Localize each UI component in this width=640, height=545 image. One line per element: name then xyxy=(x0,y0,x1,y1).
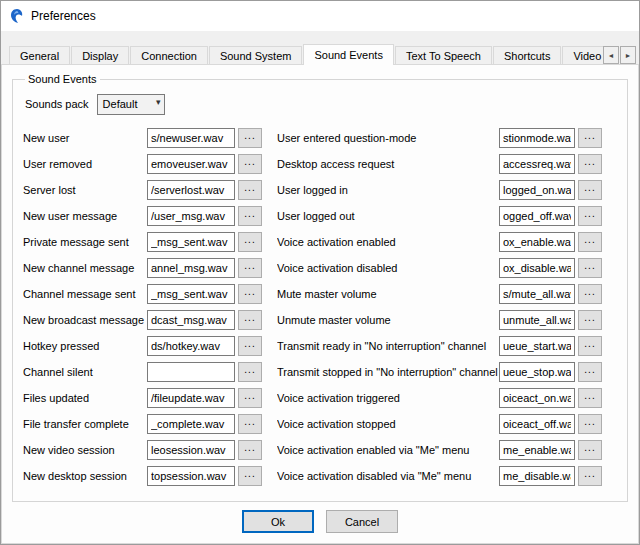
sound-file-input[interactable] xyxy=(499,154,575,174)
browse-button[interactable]: ... xyxy=(578,284,602,304)
tab-display[interactable]: Display xyxy=(71,46,129,65)
ok-button[interactable]: Ok xyxy=(242,510,314,533)
tab-general[interactable]: General xyxy=(9,46,70,65)
event-label: User logged in xyxy=(277,184,499,196)
browse-button[interactable]: ... xyxy=(238,466,262,486)
browse-button[interactable]: ... xyxy=(578,128,602,148)
sound-file-input[interactable] xyxy=(147,466,235,486)
sound-file-input[interactable] xyxy=(499,180,575,200)
sound-file-input[interactable] xyxy=(147,362,235,382)
event-label: Mute master volume xyxy=(277,288,499,300)
browse-button[interactable]: ... xyxy=(578,414,602,434)
tab-sound-system[interactable]: Sound System xyxy=(209,46,303,65)
browse-button[interactable]: ... xyxy=(578,466,602,486)
browse-button[interactable]: ... xyxy=(578,310,602,330)
event-label: Transmit stopped in "No interruption" ch… xyxy=(277,366,499,378)
tab-text-to-speech[interactable]: Text To Speech xyxy=(395,46,492,65)
sound-file-input[interactable] xyxy=(147,180,235,200)
browse-button[interactable]: ... xyxy=(238,336,262,356)
sound-event-row: Voice activation enabled via "Me" menu .… xyxy=(277,437,619,463)
browse-button[interactable]: ... xyxy=(238,128,262,148)
sound-file-input[interactable] xyxy=(499,388,575,408)
cancel-button[interactable]: Cancel xyxy=(326,510,398,533)
sound-file-input[interactable] xyxy=(147,154,235,174)
browse-button[interactable]: ... xyxy=(238,362,262,382)
tab-connection[interactable]: Connection xyxy=(130,46,208,65)
sound-file-input[interactable] xyxy=(499,440,575,460)
sound-event-row: Voice activation enabled ... xyxy=(277,229,619,255)
sound-event-row: Desktop access request ... xyxy=(277,151,619,177)
event-label: Server lost xyxy=(23,184,147,196)
sound-file-input[interactable] xyxy=(147,128,235,148)
browse-button[interactable]: ... xyxy=(578,232,602,252)
browse-button[interactable]: ... xyxy=(578,206,602,226)
sound-file-input[interactable] xyxy=(499,284,575,304)
sound-file-input[interactable] xyxy=(499,466,575,486)
sound-file-input[interactable] xyxy=(499,310,575,330)
browse-button[interactable]: ... xyxy=(238,284,262,304)
tab-scroll-buttons: ◄ ► xyxy=(603,46,636,64)
sound-event-row: Voice activation disabled via "Me" menu … xyxy=(277,463,619,489)
tab-sound-events[interactable]: Sound Events xyxy=(303,44,394,65)
browse-button[interactable]: ... xyxy=(238,414,262,434)
sound-event-row: Files updated ... xyxy=(23,385,273,411)
browse-button[interactable]: ... xyxy=(578,440,602,460)
browse-button[interactable]: ... xyxy=(578,388,602,408)
tab-scroll-left-button[interactable]: ◄ xyxy=(603,46,619,64)
event-label: Hotkey pressed xyxy=(23,340,147,352)
sounds-pack-select[interactable]: Default ▾ xyxy=(97,94,165,115)
sound-events-right-column: User entered question-mode ... Desktop a… xyxy=(277,125,619,489)
browse-button[interactable]: ... xyxy=(578,180,602,200)
sound-event-row: Server lost ... xyxy=(23,177,273,203)
sound-file-input[interactable] xyxy=(499,128,575,148)
sound-file-input[interactable] xyxy=(147,336,235,356)
sound-file-input[interactable] xyxy=(499,336,575,356)
sounds-pack-value: Default xyxy=(103,98,138,110)
sound-file-input[interactable] xyxy=(147,232,235,252)
browse-button[interactable]: ... xyxy=(238,310,262,330)
browse-button[interactable]: ... xyxy=(238,206,262,226)
browse-button[interactable]: ... xyxy=(238,180,262,200)
sound-file-input[interactable] xyxy=(147,258,235,278)
event-label: Voice activation enabled via "Me" menu xyxy=(277,444,499,456)
tab-shortcuts[interactable]: Shortcuts xyxy=(493,46,561,65)
sound-event-row: Channel message sent ... xyxy=(23,281,273,307)
event-label: Channel silent xyxy=(23,366,147,378)
sound-file-input[interactable] xyxy=(499,258,575,278)
browse-button[interactable]: ... xyxy=(238,388,262,408)
sound-event-row: Mute master volume ... xyxy=(277,281,619,307)
browse-button[interactable]: ... xyxy=(238,154,262,174)
sound-file-input[interactable] xyxy=(499,232,575,252)
event-label: New broadcast message xyxy=(23,314,147,326)
sound-file-input[interactable] xyxy=(147,440,235,460)
tab-list: GeneralDisplayConnectionSound SystemSoun… xyxy=(9,44,615,65)
sound-event-row: New broadcast message ... xyxy=(23,307,273,333)
sound-file-input[interactable] xyxy=(147,310,235,330)
browse-button[interactable]: ... xyxy=(238,440,262,460)
browse-button[interactable]: ... xyxy=(238,232,262,252)
event-label: Unmute master volume xyxy=(277,314,499,326)
browse-button[interactable]: ... xyxy=(578,336,602,356)
sound-event-row: User logged in ... xyxy=(277,177,619,203)
event-label: New user message xyxy=(23,210,147,222)
sound-file-input[interactable] xyxy=(499,206,575,226)
event-label: User entered question-mode xyxy=(277,132,499,144)
sound-event-row: Hotkey pressed ... xyxy=(23,333,273,359)
sound-file-input[interactable] xyxy=(147,388,235,408)
tab-scroll-right-button[interactable]: ► xyxy=(620,46,636,64)
sound-event-row: New video session ... xyxy=(23,437,273,463)
sound-file-input[interactable] xyxy=(499,414,575,434)
browse-button[interactable]: ... xyxy=(578,362,602,382)
sound-file-input[interactable] xyxy=(147,206,235,226)
chevron-down-icon: ▾ xyxy=(156,97,161,107)
sound-file-input[interactable] xyxy=(499,362,575,382)
event-label: Transmit ready in "No interruption" chan… xyxy=(277,340,499,352)
sound-file-input[interactable] xyxy=(147,284,235,304)
sound-file-input[interactable] xyxy=(147,414,235,434)
browse-button[interactable]: ... xyxy=(578,154,602,174)
event-label: Channel message sent xyxy=(23,288,147,300)
browse-button[interactable]: ... xyxy=(238,258,262,278)
browse-button[interactable]: ... xyxy=(578,258,602,278)
sound-event-row: Transmit stopped in "No interruption" ch… xyxy=(277,359,619,385)
sound-event-row: Voice activation triggered ... xyxy=(277,385,619,411)
